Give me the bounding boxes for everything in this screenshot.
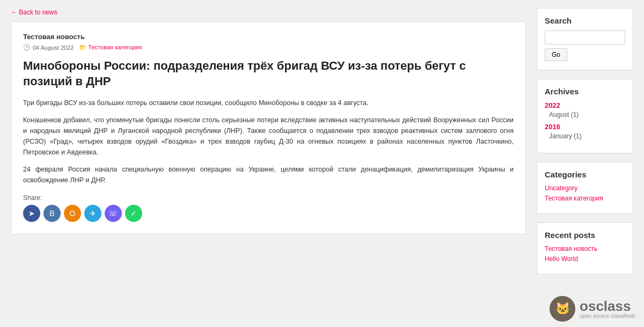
archive-year-2022[interactable]: 2022	[545, 101, 625, 109]
recent-post-hello-world-link[interactable]: Hello World	[545, 255, 625, 263]
archives-box: Archives 2022 August (1) 2016 January (1…	[537, 79, 633, 153]
category-testovaya-link[interactable]: Тестовая категория	[545, 195, 625, 202]
article-body: Три бригады ВСУ из-за больших потерь ост…	[23, 98, 514, 185]
share-odnoklassniki-button[interactable]: ➤	[23, 205, 40, 222]
share-label: Share:	[23, 194, 514, 202]
search-box: Search Go	[537, 8, 633, 70]
clock-icon	[23, 44, 31, 51]
share-vk-button[interactable]: В	[43, 205, 61, 222]
recent-posts-title: Recent posts	[545, 231, 625, 240]
categories-box: Categories Uncategory Тестовая категория	[537, 162, 633, 214]
sidebar: Search Go Archives 2022 August (1) 2016 …	[537, 8, 633, 283]
back-to-news-link[interactable]: ← Back to news	[11, 9, 57, 16]
share-telegram-button[interactable]: ✈	[84, 205, 101, 222]
archive-month-august[interactable]: August (1)	[545, 111, 625, 118]
category-uncategory-link[interactable]: Uncategory	[545, 184, 625, 192]
article-subtitle: Тестовая новость	[23, 33, 514, 41]
article-category[interactable]: Тестовая категория	[79, 44, 142, 51]
search-title: Search	[545, 16, 625, 25]
share-viber-button[interactable]: ☏	[105, 205, 122, 222]
article-title: Минобороны России: подразделения трёх бр…	[23, 58, 514, 89]
archive-month-january[interactable]: January (1)	[545, 132, 625, 140]
article-date: 04 August 2022	[23, 44, 74, 51]
share-buttons: ➤ В О ✈ ☏ ✓	[23, 205, 514, 222]
article-box: Тестовая новость 04 August 2022 Тестовая…	[11, 21, 526, 234]
categories-title: Categories	[545, 170, 625, 179]
article-meta: 04 August 2022 Тестовая категория	[23, 44, 514, 51]
share-whatsapp-button[interactable]: ✓	[125, 205, 142, 222]
share-section: Share: ➤ В О ✈ ☏ ✓	[23, 194, 514, 222]
recent-post-testovaya-link[interactable]: Тестовая новость	[545, 245, 625, 252]
archive-year-2016[interactable]: 2016	[545, 123, 625, 131]
search-input[interactable]	[545, 31, 625, 44]
recent-posts-box: Recent posts Тестовая новость Hello Worl…	[537, 222, 633, 274]
search-go-button[interactable]: Go	[545, 48, 567, 61]
archives-title: Archives	[545, 87, 625, 96]
folder-icon	[79, 44, 86, 50]
share-ok-button[interactable]: О	[64, 205, 81, 222]
